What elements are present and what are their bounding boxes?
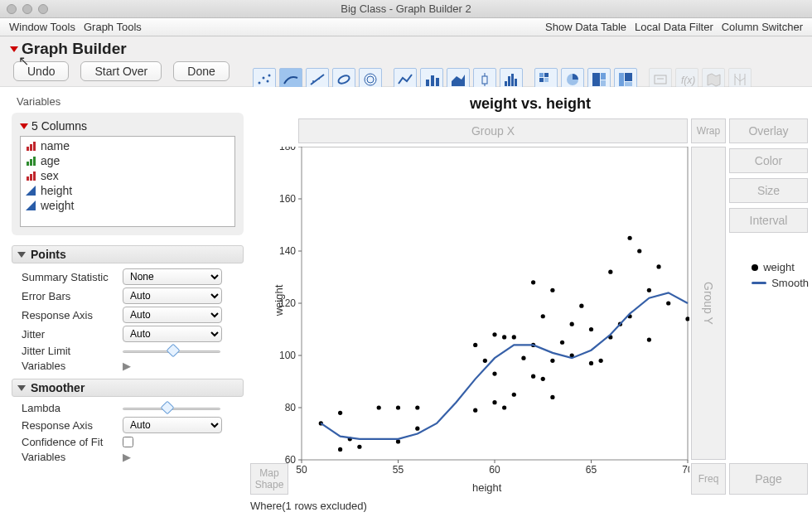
ordinal-icon [26,156,36,166]
svg-rect-29 [625,73,632,81]
lambda-slider[interactable] [123,403,220,413]
group-x-dropzone[interactable]: Group X [298,118,688,143]
menu-column-switcher[interactable]: Column Switcher [719,19,805,35]
svg-rect-38 [30,144,32,151]
menu-graph-tools[interactable]: Graph Tools [81,19,144,35]
svg-point-5 [312,80,314,82]
svg-point-1 [263,77,265,80]
svg-point-105 [579,304,583,308]
svg-rect-26 [601,73,606,80]
svg-point-7 [337,74,350,85]
done-button[interactable]: Done [173,61,229,81]
filter-footer-note: Where(1 rows excluded) [250,500,367,512]
jitter-limit-slider[interactable] [123,346,220,356]
smoother-response-axis-select[interactable]: Auto [123,417,222,433]
legend-item-smooth[interactable]: Smooth [752,277,809,289]
legend-label: Smooth [771,277,809,289]
legend-line-icon [752,282,766,284]
svg-text:55: 55 [393,464,404,476]
toolbar-menu: Window Tools Graph Tools Show Data Table… [0,18,812,36]
summary-statistic-select[interactable]: None [123,268,222,285]
page-dropzone[interactable]: Page [729,463,808,495]
svg-rect-12 [436,78,439,86]
cursor-icon: ↖ [18,53,29,69]
svg-point-79 [396,439,400,443]
disclosure-icon [17,252,26,258]
summary-statistic-label: Summary Statistic [22,271,123,283]
menu-window-tools[interactable]: Window Tools [7,19,78,35]
columns-disclosure-icon[interactable] [20,123,28,129]
svg-point-108 [599,359,603,363]
svg-point-104 [570,322,574,326]
svg-marker-47 [26,201,36,210]
svg-point-96 [531,280,535,284]
legend-item-points[interactable]: weight [752,261,809,273]
svg-point-81 [415,405,419,409]
expand-right-icon[interactable]: ▶ [123,451,131,463]
scatter-plot[interactable]: 60801001201401601805055606570 [277,147,689,478]
svg-point-116 [647,288,651,292]
points-section-header[interactable]: Points [12,245,244,263]
svg-text:80: 80 [285,402,297,413]
svg-point-110 [608,270,612,274]
variables-label: Variables [7,92,249,111]
svg-point-9 [367,76,374,83]
svg-point-91 [512,393,516,397]
svg-line-4 [311,75,324,85]
svg-point-118 [666,301,670,305]
svg-text:60: 60 [285,454,297,466]
page-title: Graph Builder [10,40,805,58]
svg-point-101 [550,288,554,292]
svg-point-84 [473,343,477,347]
group-y-dropzone[interactable]: Group Y [691,147,726,460]
interval-dropzone[interactable]: Interval [729,208,808,233]
column-item[interactable]: name [24,138,231,153]
window-title: Big Class - Graph Builder 2 [0,2,812,15]
confidence-label: Confidence of Fit [22,436,123,448]
svg-rect-41 [30,159,32,166]
columns-header[interactable]: 5 Columns [20,119,235,133]
lambda-label: Lambda [22,402,123,414]
color-dropzone[interactable]: Color [729,148,808,173]
menu-local-data-filter[interactable]: Local Data Filter [632,19,716,35]
disclosure-icon [17,385,26,391]
response-axis-select[interactable]: Auto [123,307,222,323]
start-over-button[interactable]: Start Over [80,61,162,81]
column-item[interactable]: sex [24,168,231,183]
error-bars-label: Error Bars [22,290,123,302]
svg-rect-17 [508,76,510,86]
svg-rect-45 [33,172,36,181]
svg-rect-23 [544,78,549,82]
error-bars-select[interactable]: Auto [123,287,222,304]
jitter-select[interactable]: Auto [123,326,222,342]
column-item[interactable]: height [24,183,231,198]
confidence-checkbox[interactable] [123,437,133,447]
columns-list[interactable]: name age sex height weight [20,136,235,227]
svg-point-115 [647,338,651,342]
nominal-icon [26,141,36,151]
menu-show-data-table[interactable]: Show Data Table [543,19,629,35]
svg-point-82 [415,427,419,431]
svg-point-75 [338,411,342,415]
freq-dropzone[interactable]: Freq [691,463,726,495]
points-section-label: Points [31,248,66,261]
outline-disclosure-icon[interactable] [10,46,18,52]
size-dropzone[interactable]: Size [729,178,808,203]
column-label: weight [41,199,74,212]
svg-point-8 [365,74,376,85]
column-item[interactable]: age [24,153,231,168]
svg-text:140: 140 [279,245,296,257]
wrap-dropzone[interactable]: Wrap [691,118,726,143]
svg-rect-25 [592,73,600,86]
graph-area: weight vs. height Group X Wrap Overlay C… [249,87,812,517]
variables-panel: 5 Columns name age sex height weight [12,113,244,235]
svg-point-83 [473,408,477,413]
overlay-dropzone[interactable]: Overlay [729,118,808,143]
expand-right-icon[interactable]: ▶ [123,360,131,372]
svg-marker-46 [26,186,36,196]
column-item[interactable]: weight [24,198,231,213]
smoother-section-header[interactable]: Smoother [12,379,244,397]
svg-point-6 [318,78,320,80]
svg-point-78 [377,405,381,409]
svg-point-90 [502,335,506,339]
